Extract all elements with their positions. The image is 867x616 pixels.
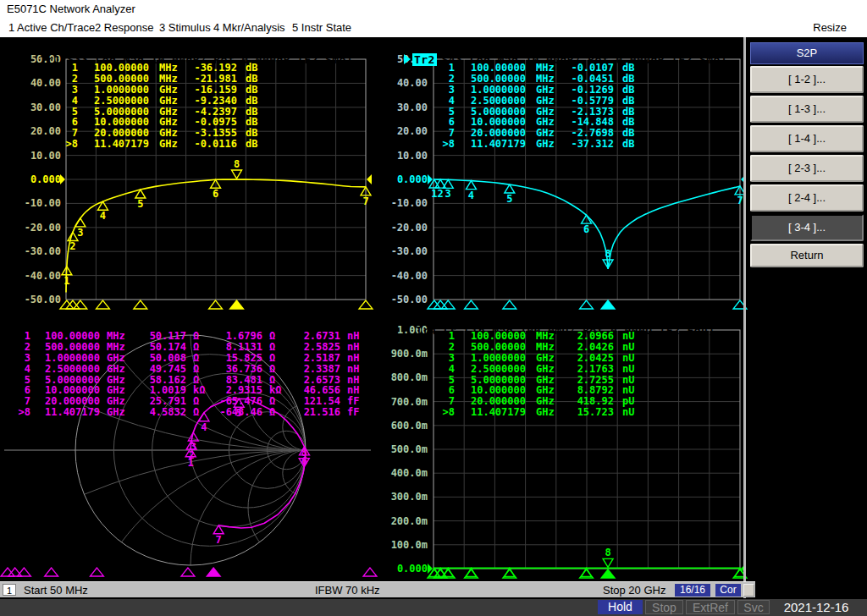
softkey-button-1-2[interactable]: [ 1-2 ]... <box>750 66 864 93</box>
marker-table-cell: MHz <box>536 342 565 353</box>
channel-number-box: 1 <box>3 584 16 596</box>
active-trace-arrow-icon <box>404 54 411 64</box>
marker-table-cell: nU <box>622 407 648 418</box>
svg-text:3: 3 <box>445 188 451 200</box>
marker-table-cell: nH <box>347 353 367 364</box>
marker-table-cell: -16.159 <box>188 85 237 96</box>
marker-table-cell: Ω <box>193 331 207 342</box>
svg-text:40.00: 40.00 <box>397 77 428 89</box>
trace1-marker-table: 1100.00000MHz-36.192dB2500.00000MHz-21.9… <box>54 63 271 150</box>
marker-table-cell: -9.2340 <box>188 96 237 107</box>
marker-table-row: >811.407179GHz15.723nU <box>431 407 648 418</box>
svg-text:8: 8 <box>234 158 240 170</box>
svg-text:4: 4 <box>201 421 207 433</box>
marker-table-cell: -0.0451 <box>565 74 614 85</box>
marker-table-cell: 1 <box>431 331 455 342</box>
marker-table-cell: dB <box>622 74 648 85</box>
marker-table-cell: MHz <box>536 63 565 74</box>
ifbw-label: IFBW 70 kHz <box>315 582 380 598</box>
marker-table-cell: 500.00000 <box>456 342 526 353</box>
marker-table-cell: Ω <box>269 331 283 342</box>
softkey-button-1-3[interactable]: [ 1-3 ]... <box>750 96 864 123</box>
marker-table-cell: 50.008 <box>141 353 186 364</box>
svg-text:2: 2 <box>69 240 75 252</box>
marker-table-cell: dB <box>246 96 271 107</box>
marker-table-cell: nU <box>622 342 648 353</box>
sweep-points-badge: 16/16 <box>675 584 710 597</box>
softkey-button-2-4[interactable]: [ 2-4 ]... <box>750 184 864 212</box>
marker-table-cell: >8 <box>8 407 30 418</box>
svg-text:800.0m: 800.0m <box>391 371 428 383</box>
marker-table-cell: MHz <box>107 331 134 342</box>
marker-table-cell: -37.312 <box>565 139 614 150</box>
marker-table-cell: nH <box>347 342 367 353</box>
marker-table-cell: dB <box>622 85 648 96</box>
marker-table-cell: GHz <box>536 353 565 364</box>
marker-table-cell: GHz <box>536 85 565 96</box>
marker-table-cell: MHz <box>159 63 188 74</box>
datetime-display: 2021-12-16 16:26 <box>769 600 864 614</box>
svg-text:10.00: 10.00 <box>397 150 428 162</box>
svg-text:-20.00: -20.00 <box>25 222 61 234</box>
instrument-status-bar: Hold Stop ExtRef Svc 2021-12-16 16:26 <box>0 599 867 616</box>
extref-indicator: ExtRef <box>686 600 735 614</box>
marker-table-cell: 1.0000000 <box>32 353 100 364</box>
marker-table-row: 42.5000000GHz49.745Ω36.736Ω2.3387nH <box>8 364 367 375</box>
return-button[interactable]: Return <box>750 244 864 267</box>
marker-table-cell: Ω <box>193 342 207 353</box>
svg-text:1: 1 <box>64 275 69 287</box>
svg-text:5: 5 <box>137 198 143 210</box>
svg-text:600.0m: 600.0m <box>391 420 428 432</box>
marker-table-cell: 15.825 <box>212 353 262 364</box>
softkey-button-2-3[interactable]: [ 2-3 ]... <box>750 155 864 182</box>
svg-text:-40.00: -40.00 <box>391 270 428 282</box>
marker-table-cell: 1.0000000 <box>80 85 149 96</box>
svg-text:20.00: 20.00 <box>397 125 428 137</box>
marker-table-cell: 4 <box>8 364 30 375</box>
marker-table-cell: GHz <box>159 139 188 150</box>
marker-table-cell: Ω <box>193 364 207 375</box>
marker-table-cell: 4 <box>54 96 78 107</box>
marker-table-row: 2500.00000MHz-0.0451dB <box>431 74 648 85</box>
marker-table-cell: -0.1269 <box>565 85 614 96</box>
marker-table-cell: nU <box>622 353 648 364</box>
svg-text:7: 7 <box>737 195 743 206</box>
marker-table-cell: dB <box>246 74 271 85</box>
marker-table-cell: 2.6731 <box>288 331 340 342</box>
marker-table-cell: 2 <box>431 342 455 353</box>
marker-table-cell: 1 <box>8 331 30 342</box>
marker-table-cell: 1.0000000 <box>456 353 526 364</box>
marker-table-cell: -648.46 <box>212 407 262 418</box>
marker-table-row: 31.0000000GHz-16.159dB <box>54 85 271 96</box>
marker-table-row: >811.407179GHz4.5832Ω-648.46Ω21.516fF <box>8 407 367 418</box>
marker-table-row: 42.5000000GHz-0.5779dB <box>431 96 648 107</box>
marker-table-row: 1100.00000MHz2.0966nU <box>431 331 648 342</box>
hold-indicator: Hold <box>598 600 643 614</box>
marker-table-cell: 11.407179 <box>80 139 149 150</box>
marker-table-cell: 15.723 <box>565 407 614 418</box>
marker-table-cell: GHz <box>159 85 188 96</box>
marker-table-cell: 2 <box>8 342 30 353</box>
stop-frequency-label: Stop 20 GHz <box>603 582 665 598</box>
marker-table-cell: 2 <box>431 74 455 85</box>
marker-table-cell: Ω <box>193 353 207 364</box>
marker-table-cell: 3 <box>54 85 78 96</box>
marker-table-cell: Ω <box>193 407 207 418</box>
svg-text:400.0m: 400.0m <box>391 467 428 479</box>
svg-text:-10.00: -10.00 <box>391 197 428 209</box>
svg-text:-30.00: -30.00 <box>391 245 428 257</box>
marker-table-cell: Ω <box>269 364 283 375</box>
marker-table-cell: 2.5825 <box>288 342 340 353</box>
marker-table-row: 31.0000000GHz2.0425nU <box>431 353 648 364</box>
svg-text:7: 7 <box>362 195 368 207</box>
softkey-button-1-4[interactable]: [ 1-4 ]... <box>750 125 864 152</box>
marker-table-cell: 4 <box>431 96 455 107</box>
marker-table-cell: 8.1131 <box>212 342 262 353</box>
softkey-button-3-4[interactable]: [ 3-4 ]... <box>750 214 864 241</box>
marker-table-cell: Ω <box>269 407 283 418</box>
marker-table-cell: 2 <box>54 74 78 85</box>
svg-text:30.00: 30.00 <box>397 102 428 113</box>
trace4-marker-table: 1100.00000MHz2.0966nU2500.00000MHz2.0426… <box>431 331 648 418</box>
marker-table-cell: MHz <box>536 331 565 342</box>
trace3-marker-table: 1100.00000MHz50.117Ω1.6796Ω2.6731nH2500.… <box>8 331 367 418</box>
